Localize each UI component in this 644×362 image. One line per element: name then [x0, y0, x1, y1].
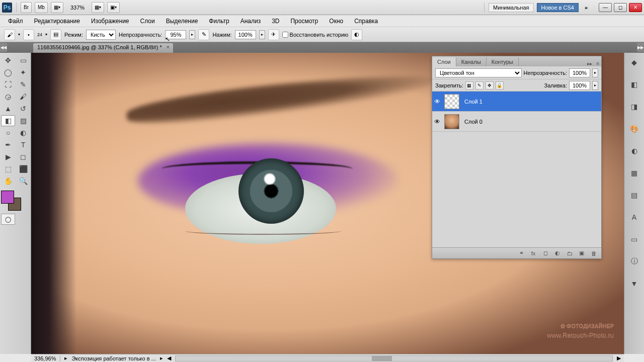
tab-layers[interactable]: Слои [432, 57, 456, 66]
bridge-button[interactable]: Br [21, 2, 32, 13]
layer-blend-mode-select[interactable]: Цветовой тон [435, 68, 522, 77]
stamp-tool[interactable]: ▲ [1, 103, 15, 114]
layer-row[interactable]: 👁 Слой 1 [432, 92, 601, 112]
tab-paths[interactable]: Контуры [487, 57, 519, 66]
mini-bridge-button[interactable]: Mb [35, 2, 48, 13]
menu-3d[interactable]: 3D [267, 16, 284, 26]
dodge-tool[interactable]: ◐ [16, 127, 30, 138]
restore-history-checkbox[interactable]: Восстановить историю [282, 32, 349, 38]
lasso-tool[interactable]: ◯ [1, 67, 15, 78]
workspace-minimal[interactable]: Минимальная [489, 3, 534, 12]
status-zoom[interactable]: 336,96% [34, 355, 56, 361]
blend-mode-select[interactable]: Кисть [86, 30, 116, 40]
quick-mask-toggle[interactable]: ◯ [1, 214, 15, 225]
menu-filter[interactable]: Фильтр [204, 16, 234, 26]
hand-tool[interactable]: ✋ [1, 175, 15, 187]
menu-view[interactable]: Просмотр [285, 16, 323, 26]
tab-scroll-right[interactable]: ▶▶ [637, 43, 644, 52]
menu-file[interactable]: Файл [3, 16, 28, 26]
color-panel-icon[interactable]: ◧ [628, 78, 641, 91]
status-info-flyout[interactable]: ▸ [160, 355, 163, 361]
workspace-expand[interactable]: » [582, 5, 591, 11]
zoom-tool[interactable]: 🔍 [16, 175, 30, 187]
layer-mask-icon[interactable]: ◻ [541, 249, 550, 257]
tab-scroll-left[interactable]: ◀◀ [0, 43, 7, 52]
hscroll-thumb[interactable] [372, 356, 392, 361]
layer-thumbnail[interactable] [444, 94, 459, 109]
canvas-area[interactable]: ✿ ФОТОДИЗАЙНЕР www.Retouch-Photo.ru Слои… [31, 53, 624, 354]
link-layers-icon[interactable]: ⚭ [517, 249, 526, 257]
status-doc-info-icon[interactable]: ▸ [64, 355, 67, 361]
menu-edit[interactable]: Редактирование [29, 16, 85, 26]
lock-transparency-icon[interactable]: ▦ [465, 81, 473, 89]
window-close[interactable]: ✕ [629, 3, 642, 12]
menu-image[interactable]: Изображение [86, 16, 134, 26]
masks-panel-icon[interactable]: ▦ [628, 166, 641, 179]
tablet-pressure-icon[interactable]: ◐ [351, 29, 362, 40]
paragraph-panel-icon[interactable]: ▭ [628, 233, 641, 246]
styles-panel-icon[interactable]: 🎨 [628, 122, 641, 135]
layer-row[interactable]: 👁 Слой 0 [432, 112, 601, 132]
layer-fx-icon[interactable]: fx [529, 249, 538, 257]
layer-visibility-icon[interactable]: 👁 [432, 98, 442, 105]
3d-camera-tool[interactable]: ⬛ [16, 163, 30, 174]
document-tab[interactable]: 11683556109466.jpg @ 337% (Слой 1, RGB/8… [33, 43, 173, 53]
lock-all-icon[interactable]: 🔒 [496, 81, 504, 89]
pen-tool[interactable]: ✒ [1, 139, 15, 150]
color-swatches[interactable] [1, 191, 21, 211]
marquee-tool[interactable]: ▭ [16, 55, 30, 66]
blur-tool[interactable]: ○ [1, 127, 15, 138]
layer-thumbnail[interactable] [444, 114, 459, 129]
actions-panel-icon[interactable]: ▼ [628, 277, 641, 290]
history-brush-tool[interactable]: ↺ [16, 103, 30, 114]
navigator-panel-icon[interactable]: ◆ [628, 56, 641, 69]
lock-pixels-icon[interactable]: ✎ [475, 81, 484, 89]
flow-flyout[interactable]: ▸ [259, 30, 265, 39]
arrange-docs-button[interactable]: ▣ [107, 2, 120, 13]
layer-name-label[interactable]: Слой 0 [461, 119, 482, 125]
opacity-flyout[interactable]: ▸ [189, 30, 195, 39]
hscroll-track[interactable] [175, 355, 613, 361]
pressure-opacity-icon[interactable]: ✎ [198, 29, 209, 40]
tab-channels[interactable]: Каналы [456, 57, 487, 66]
layer-opacity-input[interactable] [569, 68, 590, 77]
adjustments-panel-icon[interactable]: ◐ [628, 144, 641, 157]
tool-preset-icon[interactable]: 🖌 [4, 29, 15, 40]
opacity-input[interactable] [165, 30, 186, 39]
menu-select[interactable]: Выделение [161, 16, 203, 26]
panel-menu-icon[interactable]: ≡ [594, 61, 601, 66]
new-layer-icon[interactable]: ▣ [577, 249, 586, 257]
menu-window[interactable]: Окно [324, 16, 348, 26]
menu-analysis[interactable]: Анализ [235, 16, 266, 26]
shape-tool[interactable]: ◻ [16, 151, 30, 162]
gradient-tool[interactable]: ▨ [16, 115, 30, 126]
brush-panel-toggle[interactable]: ▤ [50, 29, 61, 40]
eyedropper-tool[interactable]: ✎ [16, 79, 30, 90]
brush-preview[interactable]: • [23, 29, 34, 40]
history-panel-icon[interactable]: ▤ [628, 189, 641, 202]
adjustment-layer-icon[interactable]: ◐ [553, 249, 562, 257]
3d-tool[interactable]: ⬚ [1, 163, 15, 174]
window-minimize[interactable]: — [599, 3, 612, 12]
move-tool[interactable]: ✥ [1, 55, 15, 66]
zoom-level-display[interactable]: 337% [66, 5, 89, 11]
layer-name-label[interactable]: Слой 1 [461, 99, 482, 105]
layer-group-icon[interactable]: 🗀 [565, 249, 574, 257]
panel-collapse-icon[interactable]: ▸▸ [585, 61, 594, 66]
workspace-new-cs4[interactable]: Новое в CS4 [537, 3, 579, 12]
fill-flyout[interactable]: ▸ [592, 81, 598, 90]
document-tab-close[interactable]: ✕ [165, 44, 171, 50]
hscroll-left[interactable]: ◀ [167, 355, 171, 361]
type-tool[interactable]: T [16, 139, 30, 150]
window-maximize[interactable]: ◻ [614, 3, 627, 12]
foreground-color[interactable] [1, 191, 14, 204]
delete-layer-icon[interactable]: 🗑 [589, 249, 598, 257]
path-select-tool[interactable]: ▶ [1, 151, 15, 162]
layer-visibility-icon[interactable]: 👁 [432, 118, 442, 125]
hscroll-right[interactable]: ▶ [617, 355, 621, 361]
screen-mode-button[interactable]: ▦ [92, 2, 104, 13]
info-panel-icon[interactable]: ⓘ [628, 255, 641, 268]
eraser-tool[interactable]: ◧ [1, 115, 15, 126]
view-arrange-button[interactable]: ▦ [51, 2, 63, 13]
character-panel-icon[interactable]: A [628, 211, 641, 224]
